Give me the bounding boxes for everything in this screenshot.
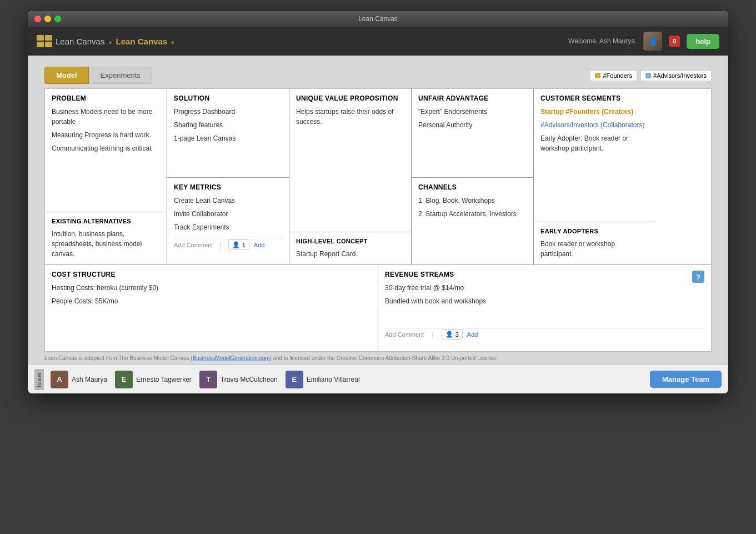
early-adopters-title: EARLY ADOPTERS — [540, 228, 649, 234]
tags-right: #Founders #Advisors/Investors — [590, 70, 712, 81]
solution-comment-count[interactable]: 👤 1 — [228, 239, 249, 250]
header-right: Welcome, Ash Maurya. 👤 0 help — [568, 32, 719, 51]
member-2-avatar: E — [115, 371, 133, 388]
problem-column: PROBLEM Business Models need to be more … — [45, 89, 167, 264]
revenue-add-comment[interactable]: Add Comment — [385, 331, 424, 338]
maximize-button[interactable] — [54, 16, 61, 22]
revenue-streams-section: REVENUE STREAMS ? 30-day free trial @ $1… — [378, 265, 711, 351]
existing-alternatives-title: EXISTING ALTERNATIVES — [52, 218, 160, 224]
revenue-comment-count[interactable]: 👤 3 — [442, 329, 463, 340]
solution-column: SOLUTION Progress Dashboard Sharing feat… — [167, 89, 289, 264]
early-adopters-section: EARLY ADOPTERS Book reader or workshop p… — [534, 222, 656, 264]
channels-section: CHANNELS 1. Blog, Book, Workshops 2. Sta… — [412, 178, 533, 264]
high-level-concept-section: HIGH-LEVEL CONCEPT Startup Report Card. — [289, 232, 411, 264]
minimize-button[interactable] — [44, 16, 51, 22]
revenue-streams-content: 30-day free trial @ $14/mo Bundled with … — [385, 283, 704, 306]
team-member-4: E Emiliano Villarreal — [286, 371, 360, 388]
solution-content: Progress Dashboard Sharing features 1-pa… — [174, 107, 282, 143]
logo-icon — [37, 35, 52, 47]
primary-dropdown-arrow: ▾ — [109, 39, 112, 46]
tag-founders[interactable]: #Founders — [590, 70, 637, 81]
traffic-lights — [34, 16, 61, 22]
founders-color — [595, 73, 600, 78]
team-member-1: A Ash Maurya — [51, 371, 107, 388]
header-left: Lean Canvas ▾ Lean Canvas ▾ — [37, 35, 174, 47]
hlc-title: HIGH-LEVEL CONCEPT — [296, 238, 404, 244]
main-window: Lean Canvas Lean Canvas ▾ Lean Canvas ▾ — [28, 11, 728, 393]
close-button[interactable] — [34, 16, 41, 22]
revenue-comment-row: Add Comment | 👤 3 Add — [385, 328, 704, 340]
manage-team-button[interactable]: Manage Team — [650, 371, 722, 388]
footer-link[interactable]: BusinessModelGeneration.com — [193, 355, 270, 361]
uvp-title: UNIQUE VALUE PROPOSITION — [296, 94, 404, 102]
title-bar: Lean Canvas — [28, 11, 728, 27]
team-members: A Ash Maurya E Ernesto Tagwerker T Travi… — [51, 371, 650, 388]
tabs-left: Model Experiments — [44, 67, 152, 84]
revenue-streams-title: REVENUE STREAMS — [385, 271, 454, 278]
tab-model[interactable]: Model — [44, 67, 89, 84]
problem-content: Business Models need to be more portable… — [52, 107, 160, 153]
problem-title: PROBLEM — [52, 94, 160, 102]
existing-alternatives-content: Intuition, business plans, spreadsheets,… — [52, 229, 160, 259]
secondary-dropdown-arrow: ▾ — [171, 39, 174, 46]
problem-section: PROBLEM Business Models need to be more … — [45, 89, 167, 212]
member-4-name: Emiliano Villarreal — [307, 376, 360, 383]
channels-title: CHANNELS — [418, 183, 527, 191]
welcome-text: Welcome, Ash Maurya. — [568, 37, 637, 45]
tab-experiments[interactable]: Experiments — [89, 67, 152, 84]
member-4-avatar: E — [286, 371, 303, 388]
member-3-avatar: T — [199, 371, 217, 388]
window-title: Lean Canvas — [358, 15, 398, 23]
app-primary-name[interactable]: Lean Canvas ▾ — [56, 37, 112, 46]
app-header: Lean Canvas ▾ Lean Canvas ▾ Welcome, Ash… — [28, 27, 728, 56]
unfair-section: UNFAIR ADVANTAGE "Expert" Endorsements P… — [412, 89, 533, 178]
uvp-section: UNIQUE VALUE PROPOSITION Helps startups … — [289, 89, 411, 232]
solution-add-link[interactable]: Add — [254, 242, 265, 248]
canvas-bottom-row: COST STRUCTURE Hosting Costs: heroku (cu… — [45, 265, 711, 351]
solution-comment-row: Add Comment | 👤 1 Add — [174, 239, 282, 250]
uvp-column: UNIQUE VALUE PROPOSITION Helps startups … — [289, 89, 412, 264]
channels-content: 1. Blog, Book, Workshops 2. Startup Acce… — [418, 196, 527, 219]
notification-badge[interactable]: 0 — [669, 36, 680, 47]
tag-advisors[interactable]: #Advisors/Investors — [640, 70, 712, 81]
lean-canvas: PROBLEM Business Models need to be more … — [44, 88, 712, 352]
main-content: Model Experiments #Founders #Advisors/In… — [28, 56, 728, 365]
segments-title: CUSTOMER SEGMENTS — [540, 94, 649, 102]
segments-content: Startup #Founders (Creators) #Advisors/I… — [540, 107, 649, 153]
cost-structure-section: COST STRUCTURE Hosting Costs: heroku (cu… — [45, 265, 378, 351]
solution-section: SOLUTION Progress Dashboard Sharing feat… — [167, 89, 289, 178]
cost-structure-content: Hosting Costs: heroku (currently $0) Peo… — [52, 283, 371, 306]
key-metrics-content: Create Lean Canvas Invite Collaborator T… — [174, 196, 282, 232]
member-3-name: Travis McCutcheon — [221, 376, 278, 383]
tabs-row: Model Experiments #Founders #Advisors/In… — [44, 67, 712, 84]
advisors-color — [645, 73, 651, 78]
segments-section: CUSTOMER SEGMENTS Startup #Founders (Cre… — [534, 89, 656, 222]
team-member-2: E Ernesto Tagwerker — [115, 371, 192, 388]
revenue-comment-icon: 👤 — [445, 331, 453, 338]
solution-add-comment[interactable]: Add Comment — [174, 242, 213, 248]
member-1-avatar: A — [51, 371, 68, 388]
cost-structure-title: COST STRUCTURE — [52, 271, 371, 278]
segments-column: CUSTOMER SEGMENTS Startup #Founders (Cre… — [534, 89, 656, 264]
app-logo: Lean Canvas ▾ — [37, 35, 112, 47]
existing-alternatives-section: EXISTING ALTERNATIVES Intuition, busines… — [45, 212, 167, 264]
hlc-content: Startup Report Card. — [296, 249, 404, 259]
early-adopters-content: Book reader or workshop participant. — [540, 239, 649, 259]
solution-title: SOLUTION — [174, 94, 282, 102]
comment-person-icon: 👤 — [232, 241, 240, 248]
help-button[interactable]: help — [687, 34, 719, 49]
revenue-help-icon[interactable]: ? — [692, 271, 704, 283]
unfair-title: UNFAIR ADVANTAGE — [418, 94, 527, 102]
team-label: team — [34, 369, 44, 390]
revenue-add-link[interactable]: Add — [467, 331, 478, 338]
footer-note: Lean Canvas is adapted from The Business… — [44, 352, 712, 365]
unfair-advantage-column: UNFAIR ADVANTAGE "Expert" Endorsements P… — [412, 89, 534, 264]
app-secondary-name[interactable]: Lean Canvas ▾ — [116, 37, 174, 46]
key-metrics-section: KEY METRICS Create Lean Canvas Invite Co… — [167, 178, 289, 264]
user-avatar: 👤 — [643, 32, 662, 51]
team-member-3: T Travis McCutcheon — [199, 371, 278, 388]
key-metrics-title: KEY METRICS — [174, 183, 282, 191]
team-bar: team A Ash Maurya E Ernesto Tagwerker T … — [28, 365, 728, 393]
member-2-name: Ernesto Tagwerker — [136, 376, 192, 383]
uvp-content: Helps startups raise their odds of succe… — [296, 107, 404, 127]
